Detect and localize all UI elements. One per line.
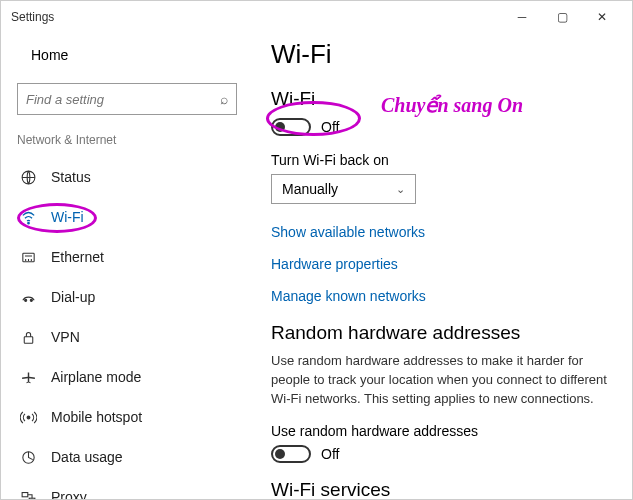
sidebar-item-proxy[interactable]: Proxy: [17, 477, 237, 499]
svg-point-1: [27, 222, 28, 223]
sidebar-item-label: Data usage: [51, 449, 123, 465]
services-heading: Wi-Fi services: [271, 479, 614, 499]
link-hardware-props[interactable]: Hardware properties: [271, 256, 614, 272]
minimize-button[interactable]: ─: [502, 1, 542, 33]
svg-point-6: [27, 416, 30, 419]
sidebar-item-wifi[interactable]: Wi-Fi: [17, 197, 237, 237]
link-manage-networks[interactable]: Manage known networks: [271, 288, 614, 304]
sidebar-item-airplane[interactable]: Airplane mode: [17, 357, 237, 397]
sidebar-item-label: Status: [51, 169, 91, 185]
link-show-networks[interactable]: Show available networks: [271, 224, 614, 240]
wifi-toggle-state: Off: [321, 119, 339, 135]
sidebar-item-status[interactable]: Status: [17, 157, 237, 197]
search-input[interactable]: [26, 92, 220, 107]
dialup-icon: [19, 288, 37, 306]
page-title: Wi-Fi: [271, 39, 614, 70]
content-pane: Wi-Fi Wi-Fi Off Turn Wi-Fi back on Manua…: [253, 33, 632, 499]
wifi-heading: Wi-Fi: [271, 88, 614, 110]
wifi-icon: [19, 208, 37, 226]
hotspot-icon: [19, 408, 37, 426]
airplane-icon: [19, 368, 37, 386]
sidebar-item-label: Mobile hotspot: [51, 409, 142, 425]
random-toggle-label: Use random hardware addresses: [271, 423, 614, 439]
sidebar: Home ⌕ Network & Internet Status Wi-Fi E…: [1, 33, 253, 499]
sidebar-item-datausage[interactable]: Data usage: [17, 437, 237, 477]
datausage-icon: [19, 448, 37, 466]
dropdown-value: Manually: [282, 181, 338, 197]
chevron-down-icon: ⌄: [396, 183, 405, 196]
proxy-icon: [19, 488, 37, 499]
window-title: Settings: [11, 10, 502, 24]
maximize-button[interactable]: ▢: [542, 1, 582, 33]
wifi-toggle[interactable]: [271, 118, 311, 136]
sidebar-item-label: Wi-Fi: [51, 209, 84, 225]
sidebar-item-label: Dial-up: [51, 289, 95, 305]
turn-back-on-label: Turn Wi-Fi back on: [271, 152, 614, 168]
svg-point-4: [30, 299, 32, 301]
sidebar-item-dialup[interactable]: Dial-up: [17, 277, 237, 317]
svg-point-3: [24, 299, 26, 301]
turn-back-on-dropdown[interactable]: Manually ⌄: [271, 174, 416, 204]
window-titlebar: Settings ─ ▢ ✕: [1, 1, 632, 33]
sidebar-item-label: Proxy: [51, 489, 87, 499]
svg-rect-9: [29, 498, 35, 499]
globe-icon: [19, 168, 37, 186]
svg-rect-8: [22, 492, 28, 496]
sidebar-item-label: Airplane mode: [51, 369, 141, 385]
search-icon: ⌕: [220, 91, 228, 107]
sidebar-item-label: VPN: [51, 329, 80, 345]
ethernet-icon: [19, 248, 37, 266]
close-button[interactable]: ✕: [582, 1, 622, 33]
sidebar-item-label: Ethernet: [51, 249, 104, 265]
random-toggle[interactable]: [271, 445, 311, 463]
svg-rect-5: [24, 336, 33, 342]
sidebar-item-hotspot[interactable]: Mobile hotspot: [17, 397, 237, 437]
sidebar-home-label: Home: [31, 47, 68, 63]
random-desc: Use random hardware addresses to make it…: [271, 352, 614, 409]
sidebar-home[interactable]: Home: [17, 37, 237, 73]
random-toggle-state: Off: [321, 446, 339, 462]
sidebar-section-title: Network & Internet: [17, 133, 237, 147]
vpn-icon: [19, 328, 37, 346]
sidebar-item-ethernet[interactable]: Ethernet: [17, 237, 237, 277]
random-heading: Random hardware addresses: [271, 322, 614, 344]
sidebar-item-vpn[interactable]: VPN: [17, 317, 237, 357]
window-controls: ─ ▢ ✕: [502, 1, 622, 33]
search-input-container[interactable]: ⌕: [17, 83, 237, 115]
